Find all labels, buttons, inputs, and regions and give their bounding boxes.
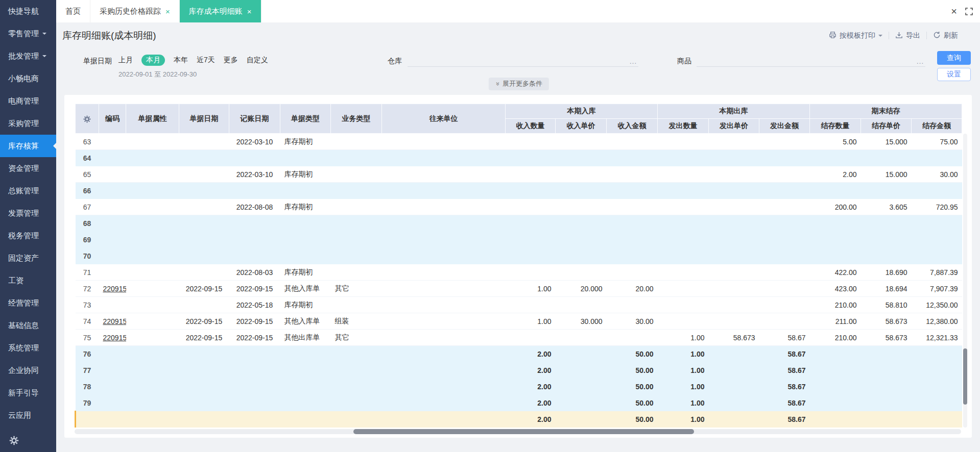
sidebar-item-资金管理[interactable]: 资金管理 — [0, 157, 56, 180]
cell — [556, 362, 607, 379]
print-label: 按模板打印 — [840, 31, 875, 40]
document-number-link[interactable]: 220915-0 — [103, 317, 126, 325]
query-button[interactable]: 查询 — [937, 51, 971, 65]
expand-more-conditions-button[interactable]: « 展开更多条件 — [489, 78, 549, 90]
refresh-button[interactable]: 刷新 — [933, 31, 958, 40]
product-input[interactable]: … — [697, 53, 925, 67]
column-header-结存金额[interactable]: 结存金额 — [912, 119, 962, 134]
sidebar-item-系统管理[interactable]: 系统管理 — [0, 337, 56, 359]
column-header-单据类型[interactable]: 单据类型 — [280, 104, 331, 134]
tab-close-icon[interactable]: × — [165, 8, 170, 15]
sidebar-item-电商管理[interactable]: 电商管理 — [0, 90, 56, 112]
sidebar-item-发票管理[interactable]: 发票管理 — [0, 202, 56, 224]
fullscreen-icon[interactable] — [965, 8, 973, 15]
cell — [709, 215, 759, 232]
sidebar-item-批发管理[interactable]: 批发管理 — [0, 45, 56, 67]
tab-首页[interactable]: 首页 — [56, 0, 90, 22]
tab-close-icon[interactable]: × — [247, 8, 252, 15]
cell — [810, 395, 861, 411]
sidebar-item-固定资产[interactable]: 固定资产 — [0, 247, 56, 269]
sidebar-item-label: 工资 — [8, 276, 23, 286]
row-number: 78 — [76, 379, 99, 395]
sidebar-item-总账管理[interactable]: 总账管理 — [0, 180, 56, 202]
sidebar-item-零售管理[interactable]: 零售管理 — [0, 22, 56, 45]
column-header-收入数量[interactable]: 收入数量 — [506, 119, 556, 134]
sidebar-item-小畅电商[interactable]: 小畅电商 — [0, 67, 56, 90]
column-header-发出金额[interactable]: 发出金额 — [759, 119, 810, 134]
column-header-结存单价[interactable]: 结存单价 — [861, 119, 912, 134]
sidebar-item-工资[interactable]: 工资 — [0, 269, 56, 292]
warehouse-picker-ellipsis-icon[interactable]: … — [629, 57, 637, 65]
column-header-结存数量[interactable]: 结存数量 — [810, 119, 861, 134]
column-header-单据日期[interactable]: 单据日期 — [179, 104, 229, 134]
date-option-上月[interactable]: 上月 — [118, 56, 133, 65]
date-option-近7天[interactable]: 近7天 — [197, 56, 215, 65]
column-header-业务类型[interactable]: 业务类型 — [331, 104, 382, 134]
settings-gear-icon[interactable] — [9, 436, 19, 447]
table-row[interactable]: 712022-08-03库存期初422.0018.6907,887.39 — [76, 264, 962, 281]
table-row[interactable]: 74220915-02022-09-152022-09-15其他入库单组装1.0… — [76, 313, 962, 330]
sidebar-item-云应用[interactable]: 云应用 — [0, 404, 56, 426]
table-row[interactable]: 632022-03-10库存期初5.0015.00075.00 — [76, 134, 962, 150]
table-row[interactable]: 64 — [76, 150, 962, 166]
sidebar-item-经营管理[interactable]: 经营管理 — [0, 292, 56, 314]
table-row[interactable]: 652022-03-10库存期初2.0015.00030.00 — [76, 166, 962, 183]
column-header-发出数量[interactable]: 发出数量 — [658, 119, 709, 134]
table-row[interactable]: 792.0050.001.0058.67 — [76, 395, 962, 411]
table-row[interactable]: 72220915-02022-09-152022-09-15其他入库单其它1.0… — [76, 281, 962, 297]
table-row[interactable]: 772.0050.001.0058.67 — [76, 362, 962, 379]
chevron-down-icon[interactable] — [878, 35, 882, 39]
double-chevron-down-icon: « — [493, 82, 501, 85]
column-header-单据属性[interactable]: 单据属性 — [126, 104, 179, 134]
sidebar-item-税务管理[interactable]: 税务管理 — [0, 224, 56, 247]
document-number-link[interactable]: 220915-0 — [103, 334, 126, 342]
cell — [229, 232, 280, 248]
table-row[interactable]: 75220915-02022-09-152022-09-15其他出库单其它1.0… — [76, 330, 962, 346]
horizontal-scrollbar-thumb[interactable] — [353, 429, 694, 434]
column-header-收入金额[interactable]: 收入金额 — [607, 119, 658, 134]
table-row[interactable]: 69 — [76, 232, 962, 248]
column-header-记账日期[interactable]: 记账日期 — [229, 104, 280, 134]
table-row[interactable]: 732022-05-18库存期初210.0058.81012,350.00 — [76, 297, 962, 313]
print-by-template-button[interactable]: 按模板打印 — [829, 31, 882, 40]
vertical-scrollbar-thumb[interactable] — [963, 348, 967, 405]
cell — [912, 395, 962, 411]
table-row[interactable]: 70 — [76, 248, 962, 264]
cell — [810, 362, 861, 379]
cell — [709, 183, 759, 199]
table-row[interactable]: 2.0050.001.0058.67 — [76, 411, 962, 428]
table-row[interactable]: 782.0050.001.0058.67 — [76, 379, 962, 395]
sidebar-item-快捷导航[interactable]: 快捷导航 — [0, 0, 56, 22]
table-row[interactable]: 68 — [76, 215, 962, 232]
table-row[interactable]: 66 — [76, 183, 962, 199]
date-option-更多[interactable]: 更多 — [224, 56, 238, 65]
column-header-收入单价[interactable]: 收入单价 — [556, 119, 607, 134]
tab-采购历史价格跟踪[interactable]: 采购历史价格跟踪× — [90, 0, 180, 22]
column-header-编码[interactable]: 编码 — [99, 104, 126, 134]
warehouse-input[interactable]: … — [408, 53, 638, 67]
sidebar-item-采购管理[interactable]: 采购管理 — [0, 112, 56, 135]
cell — [229, 248, 280, 264]
vertical-scrollbar[interactable] — [963, 134, 967, 428]
sidebar-item-企业协同[interactable]: 企业协同 — [0, 359, 56, 382]
column-header-往来单位[interactable]: 往来单位 — [382, 104, 506, 134]
date-option-本月[interactable]: 本月 — [141, 55, 165, 66]
tab-库存成本明细账[interactable]: 库存成本明细账× — [180, 0, 261, 22]
table-row[interactable]: 762.0050.001.0058.67 — [76, 346, 962, 362]
cell — [556, 297, 607, 313]
document-number-link[interactable]: 220915-0 — [103, 285, 126, 293]
date-option-本年[interactable]: 本年 — [174, 56, 188, 65]
close-icon[interactable]: × — [951, 6, 957, 16]
export-button[interactable]: 导出 — [895, 31, 920, 40]
sidebar-item-库存核算[interactable]: 库存核算 — [0, 135, 56, 157]
date-option-自定义[interactable]: 自定义 — [247, 56, 268, 65]
settings-button[interactable]: 设置 — [937, 68, 971, 81]
table-row[interactable]: 672022-08-08库存期初200.003.605720.95 — [76, 199, 962, 215]
sidebar-item-新手引导[interactable]: 新手引导 — [0, 382, 56, 404]
product-picker-ellipsis-icon[interactable]: … — [916, 57, 924, 65]
column-settings-gear-icon[interactable] — [76, 104, 99, 134]
horizontal-scrollbar[interactable] — [75, 429, 961, 434]
sidebar-item-基础信息[interactable]: 基础信息 — [0, 314, 56, 337]
column-header-发出单价[interactable]: 发出单价 — [709, 119, 759, 134]
cell: 库存期初 — [280, 134, 331, 150]
